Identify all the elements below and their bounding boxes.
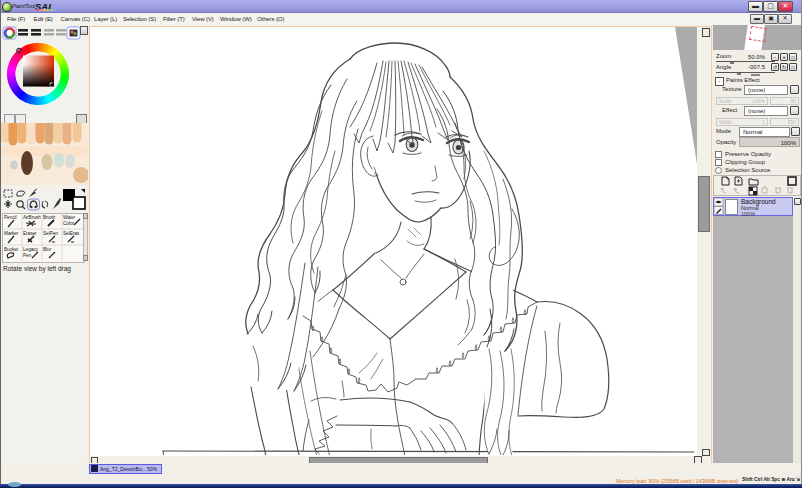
svg-text:Legacy: Legacy [23,247,39,252]
svg-text:SelEras: SelEras [63,231,80,236]
svg-text:Blur: Blur [43,247,52,252]
svg-text:Color: Color [63,221,74,226]
svg-text:Pen: Pen [23,253,32,258]
svg-text:Bucket: Bucket [4,247,19,252]
svg-text:Marker: Marker [4,231,19,236]
svg-text:Brush: Brush [43,215,55,220]
svg-text:Eraser: Eraser [23,231,37,236]
svg-text:AirBrush: AirBrush [23,215,41,220]
svg-text:Pencil: Pencil [4,215,16,220]
svg-text:SelPen: SelPen [43,231,58,236]
svg-text:Water: Water [63,215,76,220]
